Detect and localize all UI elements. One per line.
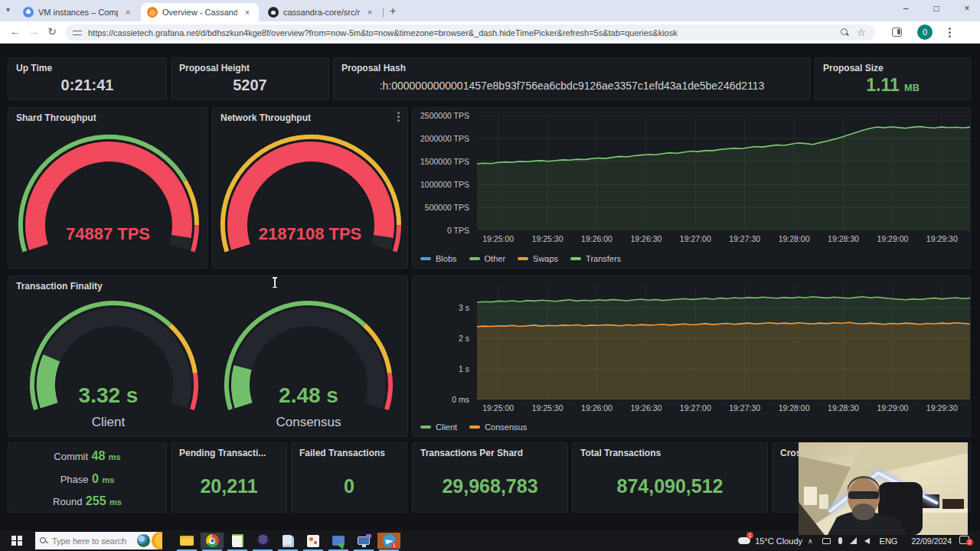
- news-globe-icon[interactable]: [137, 534, 150, 547]
- x-tick-label: 19:27:30: [724, 234, 766, 243]
- back-button[interactable]: ←: [8, 25, 23, 37]
- gcp-favicon: [23, 7, 34, 18]
- legend-item-client[interactable]: Client: [420, 422, 457, 432]
- panel-title[interactable]: Pending Transacti...: [179, 448, 266, 458]
- taskbar-date[interactable]: 22/09/2024: [911, 536, 952, 546]
- profile-avatar[interactable]: 0: [917, 24, 933, 40]
- taskbar-paint-app[interactable]: [302, 533, 325, 549]
- taskbar-winscp[interactable]: [327, 533, 350, 549]
- taskbar-eclipse[interactable]: [251, 533, 274, 549]
- weather-icon[interactable]: 1: [738, 536, 750, 546]
- reload-button[interactable]: ↻: [44, 25, 60, 37]
- panel-title[interactable]: Shard Throughput: [16, 112, 96, 123]
- screen: ▾ VM instances – Compute Engin × Overvie…: [0, 0, 980, 551]
- stat-value: 0: [292, 475, 407, 497]
- taskbar-search[interactable]: [35, 532, 162, 549]
- taskbar-notes-app[interactable]: [276, 533, 299, 549]
- consensus-finality-gauge: [208, 276, 409, 438]
- bookmark-star-icon[interactable]: ☆: [857, 27, 867, 38]
- tab-vm-instances[interactable]: VM instances – Compute Engin ×: [17, 3, 139, 21]
- legend-item-consensus[interactable]: Consensus: [469, 422, 527, 432]
- x-tick-label: 19:28:30: [822, 234, 864, 243]
- weather-badge: 1: [746, 532, 753, 539]
- stat-value: 20,211: [172, 475, 286, 497]
- panel-title[interactable]: Up Time: [16, 63, 52, 73]
- x-tick-label: 19:26:00: [575, 403, 618, 412]
- chart-legend: ClientConsensus: [420, 422, 527, 432]
- y-tick-label: 500000 TPS: [425, 203, 469, 212]
- volume-tray-icon[interactable]: [864, 538, 870, 544]
- x-tick-label: 19:25:00: [477, 234, 520, 243]
- legend-swatch: [420, 425, 431, 429]
- browser-panel-icon[interactable]: [892, 28, 902, 37]
- x-tick-label: 19:26:30: [625, 403, 668, 412]
- legend-item-swaps[interactable]: Swaps: [518, 254, 558, 263]
- stat-value: 1.11 MB: [815, 75, 970, 96]
- panel-menu-icon[interactable]: [397, 116, 400, 118]
- taskbar-telegram[interactable]: 1: [377, 533, 400, 549]
- x-tick-label: 19:29:00: [871, 403, 914, 412]
- taskbar-notepadpp[interactable]: [226, 533, 249, 549]
- notes-icon: [283, 535, 294, 547]
- uptime-panel: Up Time 0:21:41: [8, 57, 167, 100]
- tab-close-icon[interactable]: ×: [364, 7, 375, 18]
- github-favicon: [268, 7, 279, 18]
- window-minimize-button[interactable]: –: [900, 3, 911, 14]
- x-tick-label: 19:25:30: [526, 403, 569, 412]
- webcam-overlay: [799, 442, 968, 535]
- proposal-hash-panel: Proposal Hash :h:0000000000001457e8b93f7…: [333, 57, 811, 100]
- site-settings-icon[interactable]: [73, 29, 82, 37]
- legend-label: Consensus: [485, 422, 527, 432]
- tab-title: cassandra-core/src/main/java/: [283, 8, 360, 17]
- search-icon: [40, 537, 47, 545]
- stat-value: 874,090,512: [573, 475, 767, 497]
- legend-item-blobs[interactable]: Blobs: [420, 254, 457, 263]
- taskbar-remote-desktop[interactable]: [352, 533, 375, 549]
- url-input[interactable]: [88, 28, 836, 37]
- legend-label: Transfers: [586, 254, 621, 263]
- panel-title[interactable]: Network Throughput: [220, 112, 311, 123]
- window-close-button[interactable]: ×: [962, 3, 972, 14]
- taskbar-file-explorer[interactable]: [175, 533, 198, 549]
- action-center-icon[interactable]: 2: [959, 536, 969, 546]
- x-tick-label: 19:25:00: [477, 403, 520, 412]
- tab-close-icon[interactable]: ×: [242, 7, 253, 18]
- stat-value: 0:21:41: [8, 77, 166, 94]
- panel-title[interactable]: Proposal Hash: [341, 63, 406, 73]
- remote-desktop-icon: [358, 536, 370, 545]
- legend-item-transfers[interactable]: Transfers: [570, 254, 621, 263]
- new-tab-button[interactable]: +: [386, 5, 400, 18]
- weather-text[interactable]: 15°C Cloudy: [755, 536, 802, 546]
- network-tray-icon[interactable]: [850, 537, 857, 544]
- tps-chart-plot: [477, 116, 970, 230]
- browser-menu-icon[interactable]: [949, 31, 951, 34]
- tab-search-chevron-icon[interactable]: ▾: [6, 5, 10, 14]
- panel-title[interactable]: Failed Transactions: [299, 448, 385, 458]
- gauge-value: 2.48 s: [208, 383, 409, 408]
- chart-legend: BlobsOtherSwapsTransfers: [420, 254, 621, 263]
- y-tick-label: 3 s: [459, 303, 469, 312]
- windows-logo-icon: [11, 536, 22, 546]
- tab-github-cassandra[interactable]: cassandra-core/src/main/java/ ×: [262, 3, 381, 21]
- tab-close-icon[interactable]: ×: [122, 7, 133, 18]
- tab-grafana-overview[interactable]: Overview - Cassandra - Dashbo ×: [141, 3, 259, 21]
- start-button[interactable]: [0, 530, 34, 551]
- microphone-tray-icon[interactable]: [838, 537, 842, 544]
- panel-title[interactable]: Transactions Per Shard: [420, 448, 523, 458]
- legend-item-other[interactable]: Other: [469, 254, 506, 263]
- taskbar-chrome[interactable]: [201, 533, 224, 549]
- panel-title[interactable]: Proposal Height: [179, 63, 250, 73]
- zoom-icon[interactable]: [841, 28, 849, 37]
- window-maximize-button[interactable]: □: [931, 3, 942, 14]
- language-indicator[interactable]: ENG: [880, 536, 898, 546]
- file-explorer-icon: [180, 536, 194, 546]
- display-tray-icon[interactable]: [822, 538, 831, 544]
- consensus-timing-panel: Commit 48 ms Phase 0 ms Round 255 ms: [8, 442, 167, 513]
- panel-title[interactable]: Proposal Size: [823, 63, 884, 73]
- panel-title[interactable]: Total Transactions: [580, 448, 661, 458]
- search-input[interactable]: [52, 536, 129, 546]
- shard-throughput-panel: Shard Throughput 74887 TPS: [8, 107, 208, 269]
- address-bar[interactable]: ☆: [65, 24, 875, 41]
- weather-widget-icon[interactable]: [152, 532, 162, 549]
- tray-chevron-icon[interactable]: ∧: [808, 537, 813, 545]
